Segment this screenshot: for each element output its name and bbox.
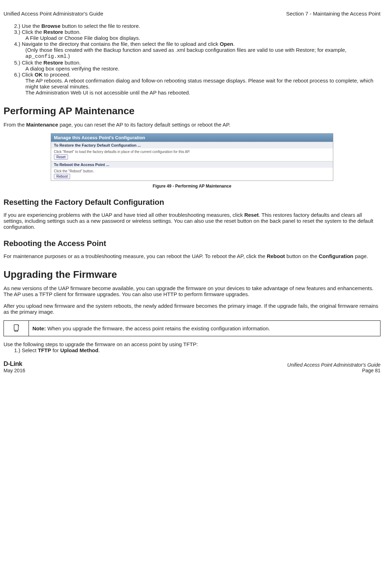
p-maint-post: page, you can reset the AP to its factor… [58, 122, 230, 128]
page-footer: D-Link May 2016 Unified Access Point Adm… [0, 357, 384, 380]
ap-factory-body: Click "Reset" to load the factory defaul… [51, 148, 333, 161]
step-6-pre: 6.) Click [14, 72, 35, 78]
ap-config-panel: Manage this Access Point's Configuration… [51, 133, 333, 181]
open-word: Open [220, 41, 233, 47]
step-6-cont2: The Administration Web UI is not accessi… [14, 90, 380, 96]
step-4-cont-pre: (Only those files created with the Backu… [25, 47, 346, 53]
para-maintenance: From the Maintenance page, you can reset… [4, 122, 380, 128]
header-left: Unified Access Point Administrator's Gui… [4, 11, 103, 17]
ap-factory-text: Click "Reset" to load the factory defaul… [54, 150, 330, 154]
p-reboot-mid: button on the [285, 253, 319, 259]
step-6-cont1: The AP reboots. A reboot confirmation di… [14, 78, 380, 90]
ap-panel-title: Manage this Access Point's Configuration [51, 134, 333, 142]
reset-button[interactable]: Reset [54, 154, 68, 160]
step-6-post: to proceed. [43, 72, 70, 78]
browse-word: Browse [42, 23, 61, 29]
tftp-1-pre: 1.) Select [14, 347, 38, 353]
footer-left: D-Link May 2016 [4, 360, 25, 373]
restore-word-2: Restore [43, 60, 63, 66]
dlink-logo: D-Link [4, 360, 25, 368]
step-2-pre: 2.) Use the [14, 23, 42, 29]
svg-rect-0 [14, 325, 18, 330]
configuration-word: Configuration [319, 253, 353, 259]
ap-factory-head: To Restore the Factory Default Configura… [51, 142, 333, 148]
para-upgrade-2: After you upload new firmware and the sy… [4, 303, 380, 315]
step-3-pre: 3.) Click the [14, 29, 43, 35]
page-header: Unified Access Point Administrator's Gui… [4, 11, 380, 17]
step-4-pre: 4.) Navigate to the directory that conta… [14, 41, 220, 47]
step-5-cont: A dialog box opens verifying the restore… [14, 66, 380, 72]
note-label: Note: [32, 325, 46, 331]
steps-list: 2.) Use the Browse button to select the … [4, 23, 380, 96]
maintenance-word: Maintenance [26, 122, 58, 128]
heading-upgrading: Upgrading the Firmware [4, 269, 380, 280]
ok-word: OK [35, 72, 43, 78]
reboot-word: Reboot [267, 253, 285, 259]
p-maint-pre: From the [4, 122, 26, 128]
note-text-cell: Note: When you upgrade the firmware, the… [29, 321, 380, 336]
reboot-button[interactable]: Reboot [54, 174, 70, 179]
para-tftp-intro: Use the following steps to upgrade the f… [4, 341, 380, 347]
figure-49: Manage this Access Point's Configuration… [4, 133, 380, 189]
reset-word: Reset [244, 212, 259, 218]
header-right: Section 7 - Maintaining the Access Point [286, 11, 380, 17]
step-3: 3.) Click the Restore button. [14, 29, 380, 35]
heading-rebooting: Rebooting the Access Point [4, 239, 380, 248]
step-4-cont: (Only those files created with the Backu… [14, 47, 380, 60]
restore-word: Restore [43, 29, 63, 35]
p-reboot-pre: For maintenance purposes or as a trouble… [4, 253, 267, 259]
tftp-step-1: 1.) Select TFTP for Upload Method. [14, 347, 380, 353]
para-upgrade-1: As new versions of the UAP firmware beco… [4, 285, 380, 297]
note-box: Note: When you upgrade the firmware, the… [4, 320, 380, 336]
para-rebooting: For maintenance purposes or as a trouble… [4, 253, 380, 259]
p-reboot-post: page. [353, 253, 368, 259]
step-3-cont: A File Upload or Choose File dialog box … [14, 35, 380, 41]
step-4-cont-post: .) [67, 53, 70, 59]
note-icon-cell [4, 321, 29, 336]
tftp-word: TFTP [38, 347, 51, 353]
para-resetting: If you are experiencing problems with th… [4, 212, 380, 230]
step-6: 6.) Click OK to proceed. [14, 72, 380, 78]
ap-reboot-body: Click the "Reboot" button. Reboot [51, 168, 333, 180]
step-4: 4.) Navigate to the directory that conta… [14, 41, 380, 47]
figure-caption: Figure 49 - Performing AP Maintenance [4, 184, 380, 189]
step-3-post: button. [63, 29, 81, 35]
tftp-1-post: . [98, 347, 100, 353]
footer-right: Unified Access Point Administrator's Gui… [287, 362, 380, 373]
ap-config-xml: ap_config.xml [25, 54, 67, 60]
tftp-1-mid: for [51, 347, 60, 353]
heading-performing-maintenance: Performing AP Maintenance [4, 105, 380, 117]
ap-reboot-text: Click the "Reboot" button. [54, 169, 330, 173]
step-5-post: button. [63, 60, 81, 66]
upload-method-word: Upload Method [60, 347, 98, 353]
step-5-pre: 5.) Click the [14, 60, 43, 66]
note-text: When you upgrade the firmware, the acces… [46, 325, 270, 331]
tftp-steps: 1.) Select TFTP for Upload Method. [4, 347, 380, 353]
p-reset-pre: If you are experiencing problems with th… [4, 212, 244, 218]
heading-resetting: Resetting the Factory Default Configurat… [4, 198, 380, 207]
ap-reboot-head: To Reboot the Access Point ... [51, 161, 333, 168]
step-2: 2.) Use the Browse button to select the … [14, 23, 380, 29]
footer-guide-title: Unified Access Point Administrator's Gui… [287, 362, 380, 368]
footer-date: May 2016 [4, 368, 25, 373]
step-4-post: . [233, 41, 235, 47]
step-5: 5.) Click the Restore button. [14, 60, 380, 66]
note-icon [12, 324, 20, 332]
footer-page-number: Page 81 [287, 368, 380, 373]
step-2-post: button to select the file to restore. [61, 23, 140, 29]
